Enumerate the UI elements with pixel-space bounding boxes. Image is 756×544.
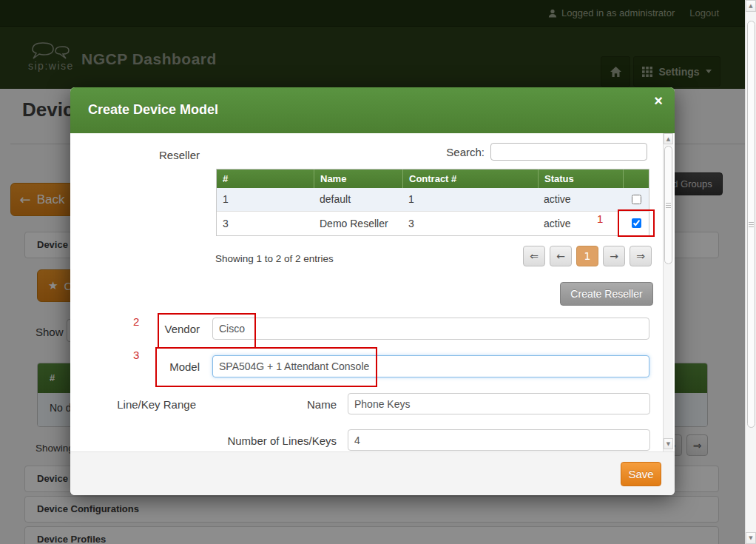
reseller-table: # Name Contract # Status 1 default 1 act… xyxy=(216,169,649,236)
cell-select xyxy=(623,188,649,211)
modal-scrollbar[interactable]: ▲ ▼ xyxy=(663,133,673,451)
modal-title: Create Device Model xyxy=(88,102,218,118)
vendor-input[interactable] xyxy=(212,318,649,340)
pagination-page-button[interactable]: 1 xyxy=(576,246,598,266)
ngcp-dashboard-app: Logged in as administrator Logout sip:wi… xyxy=(0,0,756,544)
cell-contract: 1 xyxy=(402,188,538,211)
create-device-model-modal: Create Device Model × Reseller Search: #… xyxy=(70,87,675,495)
pagination-prev-button[interactable]: ← xyxy=(550,246,572,266)
modal-body: Reseller Search: # Name Contract # Statu… xyxy=(70,133,675,451)
save-button[interactable]: Save xyxy=(621,462,661,486)
reseller-showing-text: Showing 1 to 2 of 2 entries xyxy=(215,253,334,264)
cell-contract: 3 xyxy=(402,212,538,235)
column-header-id[interactable]: # xyxy=(217,169,314,188)
annotation-step-1: 1 xyxy=(597,212,603,225)
annotation-box-vendor xyxy=(158,313,256,349)
scrollbar-grip xyxy=(749,224,754,225)
scroll-down-icon[interactable]: ▼ xyxy=(664,438,673,449)
linekey-range-label: Line/Key Range xyxy=(111,398,196,411)
search-label: Search: xyxy=(418,146,485,158)
column-header-name[interactable]: Name xyxy=(314,169,402,188)
linekey-name-input[interactable] xyxy=(348,393,650,414)
cell-name: default xyxy=(314,188,402,211)
number-of-lines-label: Number of Lines/Keys xyxy=(203,434,337,447)
scroll-up-icon[interactable]: ▲ xyxy=(746,0,756,12)
cell-status: active xyxy=(538,188,623,211)
number-of-lines-input[interactable] xyxy=(348,429,650,451)
reseller-pagination: ⇐ ← 1 → ⇒ xyxy=(523,246,652,266)
reseller-label: Reseller xyxy=(137,149,200,161)
column-header-contract[interactable]: Contract # xyxy=(402,169,538,188)
page-scrollbar[interactable]: ▲ ▼ xyxy=(745,0,756,544)
scroll-up-icon[interactable]: ▲ xyxy=(664,133,673,144)
pagination-first-button[interactable]: ⇐ xyxy=(523,246,545,266)
modal-scrollbar-thumb[interactable] xyxy=(664,146,672,264)
column-header-status[interactable]: Status xyxy=(538,169,623,188)
cell-id: 3 xyxy=(217,212,314,235)
annotation-box-model xyxy=(155,347,377,387)
reseller-table-header-row: # Name Contract # Status xyxy=(217,169,649,188)
close-icon[interactable]: × xyxy=(654,93,663,108)
annotation-step-3: 3 xyxy=(133,349,139,361)
column-header-select xyxy=(623,169,649,188)
modal-header: Create Device Model × xyxy=(70,87,675,133)
scrollbar-grip xyxy=(666,205,671,206)
annotation-step-2: 2 xyxy=(133,315,139,328)
pagination-last-button[interactable]: ⇒ xyxy=(630,246,652,266)
pagination-next-button[interactable]: → xyxy=(603,246,625,266)
table-row[interactable]: 1 default 1 active xyxy=(217,188,649,212)
cell-name: Demo Reseller xyxy=(314,212,402,235)
scroll-down-icon[interactable]: ▼ xyxy=(746,532,756,544)
cell-status: active xyxy=(538,212,623,235)
reseller-select-checkbox[interactable] xyxy=(632,195,641,204)
modal-footer: Save xyxy=(70,451,675,495)
search-input[interactable] xyxy=(490,143,647,161)
cell-id: 1 xyxy=(217,188,314,211)
annotation-box-checkbox xyxy=(618,209,655,237)
page-scrollbar-thumb[interactable] xyxy=(747,21,755,428)
linekey-name-label: Name xyxy=(269,398,337,411)
create-reseller-button[interactable]: Create Reseller xyxy=(560,282,653,306)
table-row[interactable]: 3 Demo Reseller 3 active xyxy=(217,212,649,235)
